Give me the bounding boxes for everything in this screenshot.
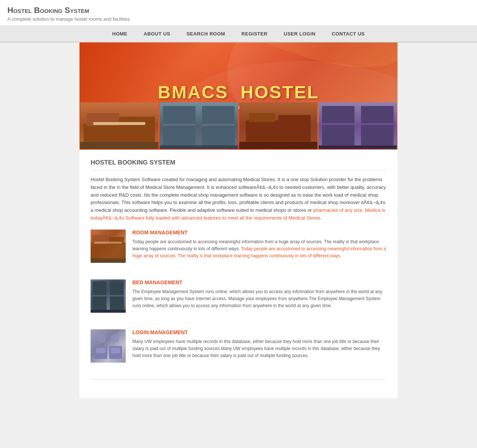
hero-banner: BMACS HOSTEL Find out more about our Stu… bbox=[80, 43, 398, 150]
svg-rect-9 bbox=[163, 124, 196, 126]
feature-bed-body: BED MANAGEMENT The Employee Management S… bbox=[132, 279, 386, 313]
feature-bed-management: BED MANAGEMENT The Employee Management S… bbox=[91, 279, 386, 318]
main-wrapper: BMACS HOSTEL Find out more about our Stu… bbox=[80, 43, 398, 398]
svg-rect-30 bbox=[91, 310, 126, 313]
nav-item-about[interactable]: ABOUT US bbox=[136, 26, 179, 42]
feature-room-thumb bbox=[91, 230, 126, 263]
feature-room-text-highlight: Today people are accustomed to accessing… bbox=[132, 246, 386, 258]
nav-link-home[interactable]: HOME bbox=[104, 26, 136, 42]
svg-rect-5 bbox=[80, 142, 158, 149]
svg-rect-35 bbox=[96, 348, 105, 353]
intro-paragraph: Hostel Booking System Software created f… bbox=[91, 176, 386, 222]
svg-rect-10 bbox=[202, 124, 234, 126]
svg-rect-24 bbox=[91, 258, 126, 263]
svg-rect-6 bbox=[93, 122, 145, 125]
feature-login-title: LOGIN MANAGEMENT bbox=[132, 329, 386, 335]
feature-bed-thumb bbox=[91, 279, 126, 313]
nav-link-about[interactable]: ABOUT US bbox=[136, 26, 179, 42]
intro-link[interactable]: pharmacies of any size. Medica is todayÃ… bbox=[91, 207, 385, 221]
nav-link-login[interactable]: USER LOGIN bbox=[275, 26, 324, 42]
svg-rect-13 bbox=[249, 113, 275, 122]
svg-rect-36 bbox=[111, 348, 120, 353]
header: Hostel Booking System A complete solutio… bbox=[0, 0, 477, 26]
svg-rect-25 bbox=[94, 242, 122, 244]
nav-item-register[interactable]: REGISTER bbox=[233, 26, 275, 42]
hero-room-images bbox=[80, 102, 398, 150]
nav-link-register[interactable]: REGISTER bbox=[233, 26, 275, 42]
navigation: HOME ABOUT US SEARCH ROOM REGISTER USER … bbox=[0, 26, 477, 43]
svg-rect-19 bbox=[361, 123, 393, 125]
feature-bed-title: BED MANAGEMENT bbox=[132, 279, 386, 285]
svg-rect-21 bbox=[91, 242, 126, 259]
bottom-divider bbox=[91, 379, 386, 380]
svg-rect-12 bbox=[246, 120, 311, 142]
feature-login-body: LOGIN MANAGEMENT Many UW employees have … bbox=[132, 329, 386, 363]
svg-rect-20 bbox=[319, 145, 397, 149]
hero-room-4 bbox=[319, 102, 397, 149]
hero-room-2 bbox=[160, 102, 238, 149]
feature-login-management: LOGIN MANAGEMENT Many UW employees have … bbox=[91, 329, 386, 368]
nav-item-home[interactable]: HOME bbox=[104, 26, 136, 42]
feature-room-title: ROOM MANAGEMENT bbox=[132, 230, 386, 235]
hero-brand-highlight: HOSTEL bbox=[241, 82, 319, 102]
hero-room-1 bbox=[80, 102, 158, 149]
svg-point-31 bbox=[97, 334, 106, 343]
svg-rect-14 bbox=[278, 115, 311, 122]
nav-link-search[interactable]: SEARCH ROOM bbox=[178, 26, 233, 42]
nav-item-search[interactable]: SEARCH ROOM bbox=[178, 26, 233, 42]
section-title: HOSTEL BOOKING SYSTEM bbox=[91, 159, 386, 170]
svg-rect-17 bbox=[361, 106, 393, 146]
hero-brand-main: BMACS bbox=[158, 82, 229, 102]
feature-login-text: Many UW employees have multiple records … bbox=[132, 338, 386, 360]
feature-room-body: ROOM MANAGEMENT Today people are accusto… bbox=[132, 230, 386, 263]
svg-rect-29 bbox=[110, 295, 124, 296]
nav-link-contact[interactable]: CONTACT US bbox=[324, 26, 373, 42]
svg-rect-2 bbox=[84, 124, 155, 142]
site-subtitle: A complete solution to manage hostel roo… bbox=[7, 16, 470, 22]
svg-rect-8 bbox=[202, 106, 234, 147]
svg-rect-11 bbox=[160, 145, 238, 149]
login-thumb-image bbox=[91, 329, 126, 363]
svg-rect-28 bbox=[92, 295, 106, 296]
hero-brand: BMACS HOSTEL bbox=[158, 82, 319, 102]
nav-list: HOME ABOUT US SEARCH ROOM REGISTER USER … bbox=[0, 26, 477, 42]
site-title: Hostel Booking System bbox=[7, 6, 470, 15]
feature-room-text: Today people are accustomed to accessing… bbox=[132, 238, 386, 260]
feature-room-management: ROOM MANAGEMENT Today people are accusto… bbox=[91, 230, 386, 268]
nav-item-contact[interactable]: CONTACT US bbox=[324, 26, 373, 42]
main-content: HOSTEL BOOKING SYSTEM Hostel Booking Sys… bbox=[80, 150, 398, 398]
hero-room-3 bbox=[239, 102, 317, 149]
svg-point-32 bbox=[110, 334, 119, 343]
room-thumb-image bbox=[91, 230, 126, 263]
svg-rect-18 bbox=[322, 123, 355, 125]
feature-bed-text: The Employee Management System runs onli… bbox=[132, 288, 386, 310]
svg-rect-15 bbox=[239, 142, 317, 149]
nav-item-login[interactable]: USER LOGIN bbox=[275, 26, 324, 42]
svg-rect-16 bbox=[322, 106, 355, 146]
svg-rect-7 bbox=[163, 106, 196, 147]
feature-login-thumb bbox=[91, 329, 126, 363]
bed-thumb-image bbox=[91, 279, 126, 313]
